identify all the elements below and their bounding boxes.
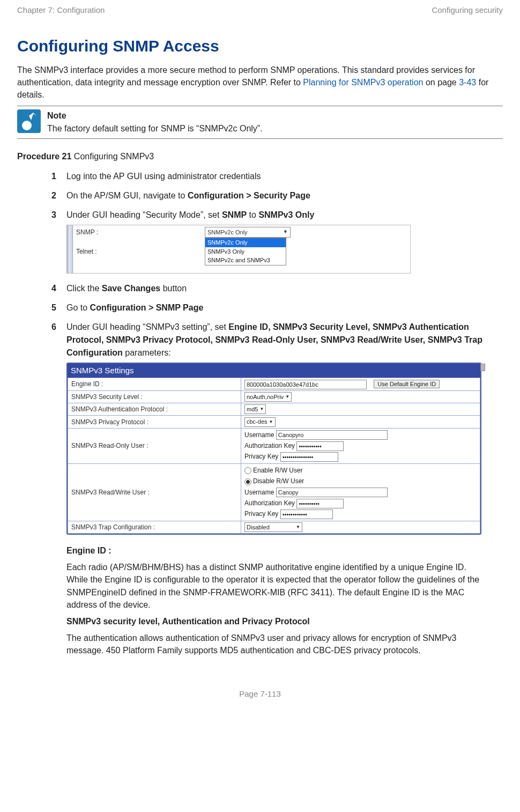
rw-privkey-input[interactable]: •••••••••••• bbox=[280, 510, 333, 519]
chevron-down-icon: ▼ bbox=[296, 524, 300, 530]
use-default-engine-id-button[interactable]: Use Default Engine ID bbox=[374, 380, 440, 388]
disable-rw-user-radio[interactable] bbox=[244, 478, 251, 485]
chevron-down-icon: ▼ bbox=[269, 419, 273, 425]
sec-level-explanation: The authentication allows authentication… bbox=[66, 632, 490, 656]
page-title: Configuring SNMP Access bbox=[17, 37, 503, 55]
chevron-down-icon: ▼ bbox=[283, 228, 288, 236]
step-1: 1 Log into the AP GUI using administrato… bbox=[51, 170, 503, 183]
privacy-protocol-select[interactable]: cbc-des▼ bbox=[244, 417, 276, 427]
engine-id-input[interactable]: 800000a1030a003e47d1bc bbox=[244, 380, 367, 389]
svg-point-0 bbox=[22, 121, 32, 130]
step-3: 3 Under GUI heading “Security Mode”, set… bbox=[51, 209, 503, 276]
intro-paragraph: The SNMPv3 interface provides a more sec… bbox=[17, 64, 503, 101]
scrollbar-thumb[interactable] bbox=[480, 364, 485, 371]
page-header: Chapter 7: Configuration Configuring sec… bbox=[17, 5, 503, 24]
snmp-label: SNMP : bbox=[76, 227, 205, 237]
header-left: Chapter 7: Configuration bbox=[17, 5, 105, 14]
chevron-down-icon: ▼ bbox=[259, 406, 264, 412]
enable-rw-user-radio[interactable] bbox=[244, 467, 251, 474]
trap-config-select[interactable]: Disabled▼ bbox=[244, 522, 302, 532]
auth-protocol-label: SNMPv3 Authentication Protocol : bbox=[68, 403, 241, 416]
ro-authkey-input[interactable]: ••••••••••• bbox=[296, 441, 344, 451]
rw-authkey-input[interactable]: •••••••••• bbox=[296, 499, 344, 508]
trap-config-label: SNMPv3 Trap Configuration : bbox=[68, 521, 241, 533]
step-2: 2 On the AP/SM GUI, navigate to Configur… bbox=[51, 189, 503, 202]
screenshot-security-mode: SNMP : SNMPv2c Only▼ SNMPv2c Only SNMPv3… bbox=[66, 225, 411, 274]
panel-title-snmpv3: SNMPv3 Settings bbox=[68, 364, 480, 378]
auth-protocol-select[interactable]: md5▼ bbox=[244, 404, 266, 414]
note-heading: Note bbox=[47, 109, 263, 122]
rw-username-input[interactable]: Canopy bbox=[276, 488, 388, 497]
engine-id-label: Engine ID : bbox=[68, 378, 241, 391]
page-footer: Page 7-113 bbox=[17, 689, 503, 698]
procedure-title: Procedure 21 Configuring SNMPv3 bbox=[17, 152, 503, 161]
engine-id-heading: Engine ID : bbox=[66, 544, 490, 557]
header-right: Configuring security bbox=[432, 5, 503, 14]
ro-user-label: SNMPv3 Read-Only User : bbox=[68, 428, 241, 463]
security-level-label: SNMPv3 Security Level : bbox=[68, 390, 241, 403]
step-4: 4 Click the Save Changes button bbox=[51, 282, 503, 295]
telnet-label: Telnet : bbox=[76, 247, 205, 256]
chevron-down-icon: ▼ bbox=[285, 394, 289, 400]
security-level-select[interactable]: noAuth,noPriv▼ bbox=[244, 392, 292, 402]
sec-level-heading: SNMPv3 security level, Authentication an… bbox=[66, 615, 490, 628]
note-box: Note The factory default setting for SNM… bbox=[17, 106, 503, 139]
step-5: 5 Go to Configuration > SNMP Page bbox=[51, 301, 503, 314]
note-icon bbox=[17, 109, 41, 133]
step-1-text: Log into the AP GUI using administrator … bbox=[66, 170, 503, 183]
step-6: 6 Under GUI heading “SNMPv3 setting”, se… bbox=[51, 321, 503, 538]
engine-id-explanation: Each radio (AP/SM/BHM/BHS) has a distinc… bbox=[66, 561, 490, 611]
note-body: The factory default setting for SNMP is … bbox=[47, 124, 263, 133]
privacy-protocol-label: SNMPv3 Privacy Protocol : bbox=[68, 416, 241, 428]
snmp-select[interactable]: SNMPv2c Only▼ bbox=[205, 227, 291, 238]
ro-privkey-input[interactable]: ••••••••••••••• bbox=[280, 452, 338, 462]
link-page-ref[interactable]: 3-43 bbox=[459, 78, 476, 87]
ro-username-input[interactable]: Canopyro bbox=[276, 430, 388, 440]
screenshot-snmpv3-settings: SNMPv3 Settings Engine ID : 800000a1030a… bbox=[66, 363, 481, 535]
rw-user-label: SNMPv3 Read/Write User : bbox=[68, 463, 241, 521]
link-planning-snmpv3[interactable]: Planning for SNMPv3 operation bbox=[303, 78, 423, 87]
